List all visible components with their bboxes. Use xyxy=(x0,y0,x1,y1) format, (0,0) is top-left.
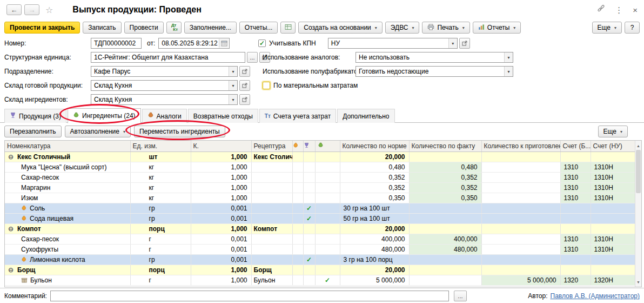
col-unit[interactable]: Ед. изм. xyxy=(130,141,191,152)
col-qty-fact[interactable]: Количество по факту xyxy=(409,141,481,152)
cell-qty-prep[interactable] xyxy=(481,152,560,162)
cell-spice-flag[interactable] xyxy=(292,182,303,193)
cell-account-nu[interactable]: 1310Н xyxy=(591,193,636,203)
division-select[interactable]: Кафе Парус ▾ xyxy=(91,66,238,77)
favorite-star-icon[interactable]: ☆ xyxy=(45,5,53,15)
col-nomenclature[interactable]: Номенклатура xyxy=(5,141,130,152)
cell-spice-flag[interactable] xyxy=(292,162,303,172)
calendar-icon[interactable] xyxy=(219,39,229,48)
cell-qty-norm[interactable]: 20,000 xyxy=(340,152,409,162)
forward-button[interactable]: → xyxy=(24,4,39,15)
post-button[interactable]: Провести xyxy=(124,22,164,34)
cell-qty-fact[interactable]: 0,352 xyxy=(409,182,481,193)
cell-recipe[interactable] xyxy=(251,244,292,254)
table-row[interactable]: Сахар-песоккг1,0000,3520,35213101310Н xyxy=(5,172,636,182)
cell-qty-fact[interactable]: 0,352 xyxy=(409,172,481,182)
cell-k[interactable]: 1,000 xyxy=(191,193,251,203)
refill-button[interactable]: Перезаполнить xyxy=(4,126,62,137)
cell-k[interactable]: 0,001 xyxy=(191,234,251,244)
cell-unit[interactable]: гр xyxy=(130,213,191,223)
cell-qty-norm[interactable]: 20,000 xyxy=(340,265,409,275)
cell-recipe-flag[interactable] xyxy=(303,193,315,203)
cell-unit[interactable]: гр xyxy=(130,254,191,265)
table-row[interactable]: ⊖Борщпорц1,000Борщ20,000 xyxy=(5,265,636,275)
cell-unit[interactable]: кг xyxy=(130,182,191,193)
edvs-button[interactable]: ЭДВС▾ xyxy=(385,22,420,34)
author-link[interactable]: Павлов А.В. (Администратор) xyxy=(551,292,640,300)
cell-nomenclature[interactable]: ⊖Борщ xyxy=(5,265,130,275)
cell-qty-fact[interactable] xyxy=(409,213,481,223)
cell-account-nu[interactable]: 1310Н xyxy=(591,162,636,172)
cell-account-bu[interactable] xyxy=(560,213,591,223)
col-account-bu[interactable]: Счет (Б... xyxy=(560,141,591,152)
finished-warehouse-open-button[interactable] xyxy=(239,80,250,91)
cell-recipe-flag[interactable] xyxy=(303,172,315,182)
cell-qty-norm[interactable]: 0,350 xyxy=(340,193,409,203)
cell-recipe[interactable] xyxy=(251,172,292,182)
cell-qty-norm[interactable]: 480,000 xyxy=(340,244,409,254)
cell-nomenclature[interactable]: ⊖Компот xyxy=(5,223,130,234)
cell-recipe-flag[interactable]: ✓ xyxy=(303,203,315,213)
cell-qty-fact[interactable]: 0,480 xyxy=(409,162,481,172)
kpn-select[interactable]: НУ ▾ xyxy=(328,38,458,49)
table-row[interactable]: Лимонная кислотагр0,001✓3 гр на 100 порц xyxy=(5,254,636,265)
cell-recipe[interactable]: Бульон xyxy=(251,275,292,285)
cell-semiproduct-flag[interactable] xyxy=(315,193,340,203)
cell-unit[interactable]: гр xyxy=(130,203,191,213)
analogs-usage-select[interactable]: Не использовать ▾ xyxy=(355,52,513,63)
cell-nomenclature[interactable]: Сухофрукты xyxy=(5,244,130,254)
cell-qty-prep[interactable] xyxy=(481,234,560,244)
kpn-open-button[interactable] xyxy=(459,38,470,49)
cell-unit[interactable]: порц xyxy=(130,223,191,234)
cell-account-nu[interactable] xyxy=(591,203,636,213)
cell-qty-fact[interactable]: 480,000 xyxy=(409,244,481,254)
cell-qty-fact[interactable] xyxy=(409,254,481,265)
cell-account-nu[interactable]: 1310Н xyxy=(591,234,636,244)
cell-semiproduct-flag[interactable] xyxy=(315,162,340,172)
cell-unit[interactable]: кг xyxy=(130,172,191,182)
col-qty-prep[interactable]: Количество к приготовлению xyxy=(481,141,560,152)
structural-unit-choose-button[interactable]: ... xyxy=(247,52,258,63)
cell-qty-fact[interactable] xyxy=(409,275,481,285)
cell-account-bu[interactable] xyxy=(560,203,591,213)
cell-recipe[interactable]: Борщ xyxy=(251,265,292,275)
cell-qty-fact[interactable]: 0,350 xyxy=(409,193,481,203)
cell-account-nu[interactable] xyxy=(591,265,636,275)
cell-qty-prep[interactable] xyxy=(481,223,560,234)
cell-qty-fact[interactable] xyxy=(409,265,481,275)
table-row[interactable]: Бульонг1,000Бульон✓5 000,0005 000,000132… xyxy=(5,275,636,285)
cell-qty-fact[interactable] xyxy=(409,223,481,234)
cell-spice-flag[interactable] xyxy=(292,203,303,213)
cell-nomenclature[interactable]: Бульон xyxy=(5,275,130,285)
cell-semiproduct-flag[interactable] xyxy=(315,244,340,254)
cell-semiproduct-flag[interactable] xyxy=(315,203,340,213)
cell-recipe[interactable] xyxy=(251,203,292,213)
division-open-button[interactable] xyxy=(239,66,250,77)
cell-qty-norm[interactable]: 20,000 xyxy=(340,223,409,234)
cell-account-bu[interactable] xyxy=(560,265,591,275)
cell-nomenclature[interactable]: Мука "Цесна" (высший сорт) xyxy=(5,162,130,172)
cell-spice-flag[interactable] xyxy=(292,152,303,162)
cell-account-nu[interactable] xyxy=(591,254,636,265)
cell-unit[interactable]: шт xyxy=(130,152,191,162)
cell-account-nu[interactable] xyxy=(591,152,636,162)
print-button[interactable]: Печать▾ xyxy=(422,22,469,34)
cell-account-bu[interactable]: 1310 xyxy=(560,234,591,244)
cell-recipe-flag[interactable] xyxy=(303,182,315,193)
cell-account-nu[interactable]: 1310Н xyxy=(591,172,636,182)
cell-k[interactable]: 1,000 xyxy=(191,162,251,172)
cell-qty-norm[interactable]: 50 гр на 100 шт xyxy=(340,213,409,223)
cell-nomenclature[interactable]: Маргарин xyxy=(5,182,130,193)
cell-qty-norm[interactable]: 0,352 xyxy=(340,172,409,182)
cell-spice-flag[interactable] xyxy=(292,275,303,285)
comment-input[interactable] xyxy=(50,291,449,301)
vertical-scrollbar[interactable]: ▲ ▼ xyxy=(635,141,641,287)
table-more-button[interactable]: Еще▾ xyxy=(598,126,628,137)
tab-ingredients[interactable]: Ингредиенты (24) xyxy=(68,108,141,123)
structural-unit-input[interactable]: 1С-Рейтинг: Общепит для Казахстана xyxy=(91,52,245,63)
cell-semiproduct-flag[interactable] xyxy=(315,223,340,234)
cell-account-bu[interactable] xyxy=(560,254,591,265)
cell-recipe-flag[interactable] xyxy=(303,223,315,234)
cell-account-bu[interactable]: 1310 xyxy=(560,172,591,182)
cell-qty-fact[interactable] xyxy=(409,203,481,213)
